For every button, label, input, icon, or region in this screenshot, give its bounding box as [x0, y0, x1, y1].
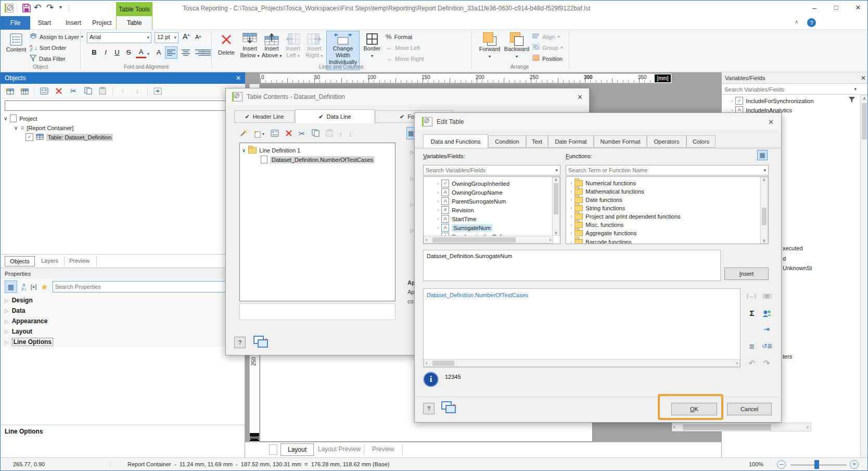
tab-layout-preview[interactable]: Layout Preview [318, 445, 361, 453]
paste-icon[interactable] [326, 129, 333, 138]
dialog-close-icon[interactable]: ✕ [577, 93, 583, 101]
delete-icon[interactable] [54, 86, 63, 96]
tab-scroll-stub[interactable] [269, 444, 277, 455]
split-view-icon[interactable]: ▦ [757, 150, 768, 160]
checkbox-checked-icon[interactable]: ✓ [25, 133, 33, 141]
tab-project[interactable]: Project [88, 16, 116, 30]
scrollbar-thumb[interactable] [762, 208, 767, 225]
new-table-icon[interactable]: ★ [5, 86, 14, 96]
fields-search-input[interactable] [722, 84, 868, 94]
expander-icon[interactable]: › [437, 216, 439, 222]
scroll-up-icon[interactable]: ∧ [761, 177, 768, 182]
fields-panel-scrollbar[interactable]: ∧ [860, 95, 868, 463]
zoom-out-button[interactable]: – [777, 460, 786, 469]
expand-all-icon[interactable]: [+] [31, 284, 36, 290]
minimize-button[interactable]: – [805, 1, 824, 16]
new-table-from-template-icon[interactable]: ★ [19, 86, 29, 96]
paste-icon[interactable] [98, 86, 107, 96]
dialog-help-button[interactable]: ? [234, 337, 246, 348]
move-right-button[interactable]: → Move Right [386, 54, 424, 63]
property-group-layout[interactable]: ▷Layout [1, 326, 245, 337]
variables-h-scrollbar[interactable]: ‹ › [424, 236, 553, 244]
move-up-icon[interactable]: ↑ [118, 86, 127, 96]
tab-date-format[interactable]: Date Format [548, 135, 594, 148]
copy-icon[interactable] [83, 86, 93, 96]
categorized-view-icon[interactable]: ▦ [5, 281, 17, 293]
expander-icon[interactable]: › [570, 239, 572, 244]
zoom-slider-thumb[interactable] [814, 460, 819, 469]
objects-filter-input[interactable] [5, 100, 240, 111]
cut-icon[interactable]: ✂ [299, 129, 305, 138]
functions-list[interactable]: ›Numerical functions ›Mathematical funct… [566, 176, 769, 244]
tab-data-line-active[interactable]: ✔Data Line [295, 109, 375, 123]
properties-search-box[interactable] [53, 281, 237, 292]
position-button[interactable]: Position [532, 54, 563, 63]
expander-icon[interactable]: ▷ [5, 308, 9, 314]
expander-icon[interactable]: › [570, 230, 572, 236]
context-tab-table-tools[interactable]: Table Tools [116, 2, 152, 16]
scroll-right-icon[interactable]: › [807, 424, 809, 430]
reformat-list-icon[interactable]: ↺≣ [761, 342, 773, 353]
expander-icon[interactable]: › [570, 205, 572, 211]
scrollbar-thumb[interactable] [683, 424, 771, 430]
collapse-ribbon-icon[interactable]: ∧ [795, 19, 798, 24]
wand-icon[interactable] [239, 129, 248, 139]
field-row-include-for-synchronization[interactable]: › ✓ IncludeForSynchronization [731, 96, 814, 105]
move-down-icon[interactable]: ↓ [133, 86, 142, 96]
font-size-combobox[interactable]: 12 pt ▾ [155, 32, 178, 43]
content-button[interactable]: Content [5, 32, 28, 63]
cancel-button[interactable]: Cancel [727, 403, 772, 415]
expander-icon[interactable]: › [570, 188, 572, 194]
functions-search-input[interactable] [566, 166, 772, 175]
function-folder-row[interactable]: ›Barcode functions [570, 237, 631, 244]
tab-insert[interactable]: Insert [59, 16, 88, 30]
properties-search-input[interactable] [53, 282, 240, 292]
expander-icon[interactable]: ∨ [14, 125, 18, 131]
resize-grip[interactable]: ⋰ [861, 462, 866, 467]
format-button[interactable]: % Format [386, 32, 412, 41]
property-group-design[interactable]: ▷Design [1, 295, 245, 305]
expander-icon[interactable]: › [570, 213, 572, 219]
expander-icon[interactable]: ∨ [4, 116, 7, 121]
expander-icon[interactable]: › [437, 198, 439, 204]
strikethrough-button[interactable]: S [123, 47, 134, 58]
expander-icon[interactable]: › [437, 207, 439, 213]
expander-icon[interactable]: ▷ [5, 329, 9, 335]
align-center-button[interactable] [180, 46, 192, 59]
dialog-help-button[interactable]: ? [423, 403, 435, 414]
grow-font-button[interactable]: A▴ [183, 32, 189, 41]
scroll-down-icon[interactable]: ∨ [761, 238, 768, 243]
font-color-button[interactable]: A [136, 47, 146, 58]
delete-line-button[interactable]: Delete [215, 32, 238, 64]
dialog-title-bar[interactable]: Table Contents - Dataset_Definition ✕ [226, 88, 589, 105]
function-folder-row[interactable]: ›Aggregate functions [570, 228, 636, 237]
variables-search-combo[interactable]: ▾ [423, 165, 560, 175]
expander-icon[interactable]: ∨ [242, 147, 246, 153]
expression-editor[interactable]: Dataset_Definition.NumberOfTestCases ‹ › [423, 288, 741, 367]
scroll-up-icon[interactable]: ∧ [553, 177, 559, 182]
scrollbar-thumb[interactable] [432, 361, 454, 366]
expander-icon[interactable]: › [437, 225, 439, 231]
scroll-left-icon[interactable]: ‹ [426, 360, 427, 366]
variables-list[interactable]: ›✓OwningGroupInherited ›AOwningGroupName… [423, 176, 560, 244]
parentheses-format-icon[interactable]: (▦) [762, 292, 772, 303]
cut-icon[interactable]: ✂ [69, 86, 78, 96]
copy-icon[interactable] [312, 129, 320, 138]
tree-row-number-of-test-cases[interactable]: Dataset_Definition.NumberOfTestCases [261, 155, 375, 164]
dialog-title-bar[interactable]: Edit Table ✕ [415, 113, 781, 131]
tab-preview-panel[interactable]: Preview [69, 258, 90, 264]
tab-preview[interactable]: Preview [372, 445, 394, 453]
function-folder-row[interactable]: ›Misc. functions [570, 220, 623, 229]
function-folder-row[interactable]: ›Project and print dependent functions [570, 212, 681, 221]
new-object-icon[interactable]: ★▾ [254, 130, 264, 138]
function-folder-row[interactable]: ›String functions [570, 203, 625, 212]
favorites-star-icon[interactable]: ★ [41, 282, 48, 292]
assign-report-icon[interactable] [153, 86, 162, 96]
char-format-button[interactable]: A [154, 47, 164, 58]
combo-arrow-icon[interactable]: ▾ [854, 86, 857, 92]
scrollbar-thumb[interactable] [432, 237, 516, 243]
tab-operators[interactable]: Operators [647, 135, 686, 148]
variable-row[interactable]: ›✓OwningGroupInherited [437, 179, 509, 188]
insert-button[interactable]: Insert [724, 268, 769, 280]
move-left-button[interactable]: ← Move Left [386, 43, 420, 52]
